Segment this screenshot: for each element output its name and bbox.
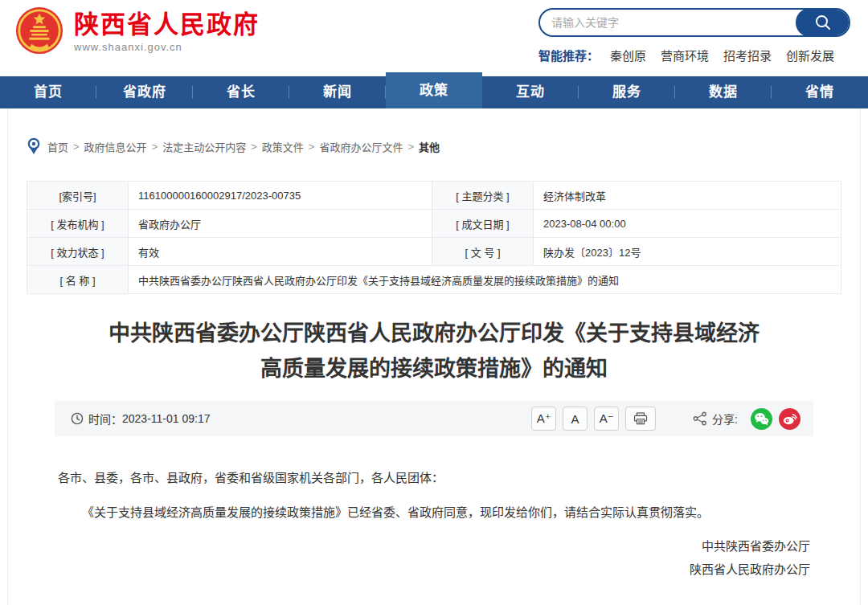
breadcrumb-separator: > (152, 141, 158, 153)
table-row: [ 名 称 ] 中共陕西省委办公厅陕西省人民政府办公厅印发《关于支持县域经济高质… (27, 266, 841, 294)
breadcrumb-policy-documents[interactable]: 政策文件 (262, 139, 304, 154)
breadcrumb-home[interactable]: 首页 (47, 139, 68, 154)
table-row: [ 效力状态 ] 有效 [ 文 号 ] 陕办发〔2023〕12号 (27, 238, 841, 266)
breadcrumb-office-documents[interactable]: 省政府办公厅文件 (319, 139, 403, 154)
meta-value-topic-category: 经济体制改革 (534, 182, 841, 210)
article-toolbar: 时间： 2023-11-01 09:17 A⁺ A A⁻ (55, 401, 813, 436)
breadcrumb-info-disclosure[interactable]: 政府信息公开 (84, 139, 147, 154)
nav-item-data[interactable]: 数据 (675, 76, 772, 108)
site-title-block: 陕西省人民政府 www.shaanxi.gov.cn (74, 6, 260, 53)
nav-item-services[interactable]: 服务 (579, 76, 675, 108)
paragraph: 《关于支持县域经济高质量发展的接续政策措施》已经省委、省政府同意，现印发给你们，… (58, 501, 810, 525)
content-frame: 首页 > 政府信息公开 > 法定主动公开内容 > 政策文件 > 省政府办公厅文件… (7, 108, 861, 605)
page-title-line2: 高质量发展的接续政策措施》的通知 (39, 351, 829, 386)
recommend-link-qinchuangyuan[interactable]: 秦创原 (610, 47, 646, 63)
meta-label-issuing-agency: [ 发布机构 ] (27, 210, 129, 238)
share-group: 分享: (693, 408, 800, 430)
signature-block: 中共陕西省委办公厅 陕西省人民政府办公厅 (58, 535, 810, 581)
meta-value-index-no: 116100000160002917/2023-00735 (129, 182, 432, 210)
wechat-share-button[interactable] (751, 408, 772, 430)
font-reset-button[interactable]: A (563, 407, 588, 431)
meta-value-issue-date: 2023-08-04 00:00 (534, 210, 841, 238)
weibo-share-button[interactable] (779, 408, 800, 430)
smart-recommend: 智能推荐： 秦创原 营商环境 招考招录 创新发展 (538, 47, 850, 63)
meta-label-index-no: [索引号] (27, 182, 129, 210)
search-area: 智能推荐： 秦创原 营商环境 招考招录 创新发展 (538, 6, 850, 63)
breadcrumb-separator: > (407, 141, 414, 153)
smart-recommend-label: 智能推荐： (538, 47, 599, 63)
site-url: www.shaanxi.gov.cn (74, 41, 260, 53)
document-meta-table: [索引号] 116100000160002917/2023-00735 [ 主题… (27, 181, 841, 294)
recommend-link-chuangxinfazhan[interactable]: 创新发展 (786, 47, 834, 63)
meta-value-name: 中共陕西省委办公厅陕西省人民政府办公厅印发《关于支持县域经济高质量发展的接续政策… (129, 266, 841, 294)
meta-label-issue-date: [ 成文日期 ] (432, 210, 534, 238)
print-button[interactable] (625, 407, 656, 431)
nav-item-governor[interactable]: 省长 (193, 76, 289, 108)
paragraph: 各市、县委，各市、县政府，省委和省级国家机关各部门，各人民团体： (58, 467, 810, 490)
meta-label-doc-number: [ 文 号 ] (432, 238, 534, 266)
clock-icon (71, 412, 84, 425)
breadcrumb-separator: > (251, 141, 257, 153)
meta-value-validity: 有效 (129, 238, 432, 266)
location-pin-icon (27, 137, 41, 155)
search-box (538, 8, 850, 37)
search-button[interactable] (796, 8, 850, 37)
site-header: 陕西省人民政府 www.shaanxi.gov.cn 智能推荐： 秦创原 营商环… (0, 0, 868, 72)
nav-item-policy[interactable]: 政策 (386, 72, 482, 108)
signature-line: 中共陕西省委办公厅 (58, 535, 810, 558)
breadcrumb-separator: > (309, 141, 315, 153)
breadcrumb: 首页 > 政府信息公开 > 法定主动公开内容 > 政策文件 > 省政府办公厅文件… (27, 108, 841, 155)
meta-label-validity: [ 效力状态 ] (27, 238, 129, 266)
table-row: [ 发布机构 ] 省政府办公厅 [ 成文日期 ] 2023-08-04 00:0… (27, 210, 841, 238)
main-nav: 首页 省政府 省长 新闻 政策 互动 服务 数据 省情 (0, 72, 868, 108)
page-title: 中共陕西省委办公厅陕西省人民政府办公厅印发《关于支持县域经济 高质量发展的接续政… (39, 316, 829, 386)
page: 陕西省人民政府 www.shaanxi.gov.cn 智能推荐： 秦创原 营商环… (0, 0, 868, 605)
breadcrumb-statutory-content[interactable]: 法定主动公开内容 (162, 139, 246, 154)
meta-label-topic-category: [ 主题分类 ] (432, 182, 534, 210)
search-icon (814, 14, 832, 31)
meta-label-name: [ 名 称 ] (27, 266, 129, 294)
publish-time: 时间： 2023-11-01 09:17 (71, 411, 211, 427)
page-title-line1: 中共陕西省委办公厅陕西省人民政府办公厅印发《关于支持县域经济 (39, 316, 829, 351)
signature-line: 陕西省人民政府办公厅 (58, 558, 810, 582)
table-row: [索引号] 116100000160002917/2023-00735 [ 主题… (27, 182, 841, 210)
site-logo[interactable]: 陕西省人民政府 www.shaanxi.gov.cn (14, 6, 260, 56)
meta-value-doc-number: 陕办发〔2023〕12号 (534, 238, 841, 266)
toolbar-actions: A⁺ A A⁻ (525, 407, 800, 431)
weibo-icon (783, 412, 797, 425)
font-decrease-button[interactable]: A⁻ (594, 407, 619, 431)
wechat-icon (754, 412, 769, 426)
article-body: 各市、县委，各市、县政府，省委和省级国家机关各部门，各人民团体： 《关于支持县域… (39, 436, 829, 581)
recommend-link-zhaokaozhaolu[interactable]: 招考招录 (723, 47, 772, 63)
publish-time-value: 2023-11-01 09:17 (122, 412, 211, 425)
breadcrumb-current: 其他 (419, 139, 440, 154)
breadcrumb-separator: > (73, 141, 80, 153)
search-input[interactable] (540, 10, 781, 35)
share-label: 分享: (712, 411, 738, 427)
national-emblem-icon (14, 6, 64, 56)
publish-time-label: 时间： (88, 411, 122, 427)
nav-item-news[interactable]: 新闻 (289, 76, 386, 108)
nav-item-provincial-gov[interactable]: 省政府 (96, 76, 193, 108)
nav-item-province-info[interactable]: 省情 (772, 76, 868, 108)
printer-icon (633, 412, 648, 425)
font-increase-button[interactable]: A⁺ (531, 407, 556, 431)
article: 中共陕西省委办公厅陕西省人民政府办公厅印发《关于支持县域经济 高质量发展的接续政… (27, 316, 841, 581)
recommend-link-yingshanghuanjing[interactable]: 营商环境 (661, 47, 709, 63)
share-icon (693, 411, 707, 426)
site-name: 陕西省人民政府 (74, 11, 260, 39)
nav-item-home[interactable]: 首页 (0, 76, 96, 108)
nav-item-interaction[interactable]: 互动 (482, 76, 579, 108)
meta-value-issuing-agency: 省政府办公厅 (129, 210, 432, 238)
